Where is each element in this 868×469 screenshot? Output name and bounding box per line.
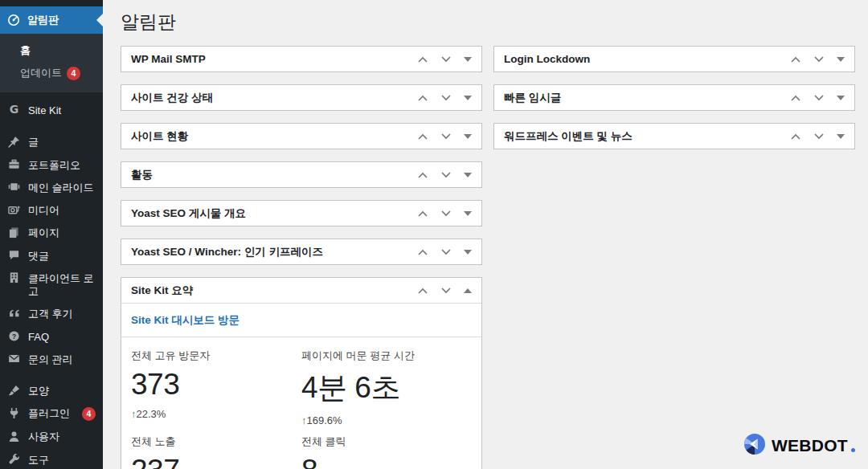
- sidebar-item-pages[interactable]: 페이지: [0, 222, 103, 244]
- stat-label: 페이지에 머문 평균 시간: [301, 349, 469, 363]
- wrench-icon: [7, 453, 21, 466]
- move-down-icon[interactable]: [813, 55, 825, 63]
- webdot-logo-icon: [743, 433, 766, 459]
- move-down-icon[interactable]: [440, 210, 452, 218]
- widget-at-a-glance: 사이트 현황: [121, 123, 482, 149]
- site-kit-dashboard-link[interactable]: Site Kit 대시보드 방문: [131, 314, 240, 326]
- wordpress-admin: 알림판 홈 업데이트4 G Site Kit 글 포트폴리오: [0, 0, 868, 469]
- stat-unique-visitors: 전체 고유 방문자 373 ↑22.3%: [131, 342, 301, 428]
- svg-text:?: ?: [12, 332, 16, 341]
- quote-icon: [7, 307, 21, 320]
- sidebar-item-posts[interactable]: 글: [0, 131, 103, 153]
- portfolio-case-icon: [7, 158, 21, 171]
- stat-change: 169.6%: [307, 414, 342, 426]
- widgets-column-left: WP Mail SMTP 사이트 건강 상태: [121, 46, 482, 469]
- sidebar-item-home[interactable]: 홈: [0, 39, 103, 62]
- toggle-panel-icon[interactable]: [464, 288, 472, 293]
- move-down-icon[interactable]: [440, 55, 452, 63]
- widget-title: 빠른 임시글: [504, 91, 561, 105]
- toggle-panel-icon[interactable]: [837, 134, 845, 139]
- move-down-icon[interactable]: [440, 171, 452, 179]
- sidebar-item-appearance[interactable]: 모양: [0, 380, 103, 402]
- toggle-panel-icon[interactable]: [464, 57, 472, 62]
- toggle-panel-icon[interactable]: [837, 96, 845, 100]
- sidebar-item-main-slide[interactable]: 메인 슬라이드: [0, 177, 103, 199]
- sidebar-item-users[interactable]: 사용자: [0, 426, 103, 448]
- sidebar-item-testimonials[interactable]: 고객 후기: [0, 303, 103, 325]
- move-down-icon[interactable]: [440, 94, 452, 102]
- sidebar-item-dashboard[interactable]: 알림판: [0, 6, 103, 34]
- comment-bubble-icon: [7, 249, 21, 262]
- widget-wp-mail-smtp: WP Mail SMTP: [121, 46, 482, 72]
- widget-login-lockdown: Login Lockdown: [493, 46, 855, 72]
- webdot-brand: WEBDOT: [743, 433, 855, 459]
- widget-title: Yoast SEO / Wincher: 인기 키프레이즈: [131, 245, 323, 259]
- admin-sidebar: 알림판 홈 업데이트4 G Site Kit 글 포트폴리오: [0, 0, 103, 469]
- toggle-panel-icon[interactable]: [464, 211, 472, 216]
- move-up-icon[interactable]: [417, 287, 428, 295]
- toggle-panel-icon[interactable]: [464, 96, 472, 100]
- sidebar-item-tools[interactable]: 도구: [0, 449, 103, 469]
- move-up-icon[interactable]: [790, 94, 801, 102]
- move-down-icon[interactable]: [813, 133, 825, 141]
- stat-total-impressions: 전체 노출 237: [131, 428, 301, 469]
- toggle-panel-icon[interactable]: [464, 134, 472, 139]
- building-icon: [7, 271, 21, 284]
- stat-value: 373: [131, 368, 298, 402]
- webdot-wordmark: WEBDOT: [772, 436, 848, 455]
- site-kit-stats: 전체 고유 방문자 373 ↑22.3% 페이지에 머문 평균 시간 4분 6초…: [121, 337, 481, 469]
- move-up-icon[interactable]: [417, 171, 428, 179]
- dashboard-gauge-icon: [7, 14, 20, 27]
- sidebar-item-faq[interactable]: ? FAQ: [0, 326, 103, 349]
- move-up-icon[interactable]: [790, 55, 801, 63]
- sidebar-item-portfolio[interactable]: 포트폴리오: [0, 154, 103, 177]
- move-down-icon[interactable]: [440, 248, 452, 256]
- move-up-icon[interactable]: [417, 94, 428, 102]
- stat-value: 8: [301, 454, 469, 469]
- updates-count-badge: 4: [67, 67, 80, 80]
- stat-label: 전체 노출: [131, 434, 298, 449]
- move-up-icon[interactable]: [790, 133, 801, 141]
- widget-title: 워드프레스 이벤트 및 뉴스: [504, 129, 633, 144]
- sidebar-item-comments[interactable]: 댓글: [0, 245, 103, 267]
- paintbrush-icon: [7, 384, 21, 397]
- plug-icon: [7, 406, 21, 419]
- sidebar-item-plugins[interactable]: 플러그인 4: [0, 402, 103, 426]
- sidebar-item-media[interactable]: 미디어: [0, 199, 103, 222]
- move-up-icon[interactable]: [417, 210, 428, 218]
- plugins-count-badge: 4: [82, 407, 96, 421]
- current-page-notch: [96, 14, 103, 27]
- widget-title: WP Mail SMTP: [131, 53, 206, 65]
- user-icon: [7, 430, 21, 442]
- toggle-panel-icon[interactable]: [837, 57, 845, 62]
- dashboard-main: 알림판 WP Mail SMTP 사이트 건강: [103, 0, 868, 469]
- stat-value: 4분 6초: [301, 368, 469, 408]
- stat-label: 전체 클릭: [301, 434, 469, 449]
- widget-title: Site Kit 요약: [131, 283, 193, 298]
- move-down-icon[interactable]: [440, 133, 452, 141]
- widget-yoast-posts-overview: Yoast SEO 게시물 개요: [121, 200, 482, 226]
- stat-value: 237: [131, 454, 298, 469]
- toggle-panel-icon[interactable]: [464, 173, 472, 177]
- sidebar-item-label: 알림판: [27, 13, 59, 27]
- sidebar-item-inquiries[interactable]: 문의 관리: [0, 349, 103, 371]
- widget-title: 사이트 건강 상태: [131, 91, 213, 105]
- move-up-icon[interactable]: [417, 55, 428, 63]
- slides-icon: [7, 181, 21, 194]
- widget-quick-draft: 빠른 임시글: [493, 84, 855, 111]
- stat-label: 전체 고유 방문자: [131, 349, 298, 363]
- widget-activity: 활동: [121, 161, 482, 188]
- move-down-icon[interactable]: [813, 94, 825, 102]
- sidebar-item-site-kit[interactable]: G Site Kit: [0, 100, 103, 122]
- sidebar-item-client-logos[interactable]: 클라이언트 로고: [0, 267, 103, 304]
- move-up-icon[interactable]: [417, 248, 428, 256]
- move-down-icon[interactable]: [440, 287, 452, 295]
- envelope-icon: [7, 353, 21, 365]
- widget-site-health: 사이트 건강 상태: [121, 84, 482, 111]
- page-title: 알림판: [121, 8, 855, 38]
- toggle-panel-icon[interactable]: [464, 250, 472, 255]
- move-up-icon[interactable]: [417, 133, 428, 141]
- google-g-icon: G: [7, 104, 21, 116]
- widget-title: 사이트 현황: [131, 129, 188, 144]
- sidebar-item-updates[interactable]: 업데이트4: [0, 62, 103, 84]
